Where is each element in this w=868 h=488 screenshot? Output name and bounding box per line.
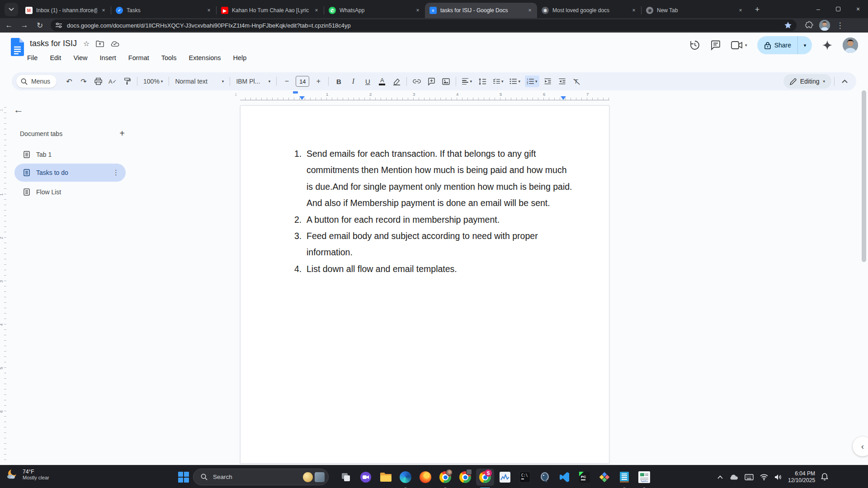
join-call-button[interactable]: ▾ [731,41,747,50]
touch-keyboard-icon[interactable] [745,474,754,480]
first-line-indent-marker[interactable] [293,91,298,94]
tab-whatsapp[interactable]: ✆ WhatsApp × [324,3,425,18]
version-history-icon[interactable] [689,40,700,51]
share-dropdown[interactable]: ▾ [797,36,812,54]
tab-tasks[interactable]: ✓ Tasks × [111,3,216,18]
decrease-indent-button[interactable] [542,75,554,87]
taskbar-app-file-explorer[interactable] [377,469,395,486]
menu-tools[interactable]: Tools [161,54,177,61]
taskbar-app-postgresql[interactable] [536,469,554,486]
bold-button[interactable]: B [333,75,344,87]
insert-link-button[interactable] [411,75,423,87]
document-title[interactable]: tasks for ISIJ [30,39,77,48]
tab-close-icon[interactable]: × [100,7,107,14]
tab-youtube[interactable]: ▶ Kahan Ho Tum Chale Aao [Lyric × [217,3,324,18]
tab-close-icon[interactable]: × [205,7,212,14]
volume-icon[interactable] [774,474,782,480]
taskbar-clock[interactable]: 6:04 PM 12/10/2025 [788,470,815,484]
tab-close-icon[interactable]: × [313,7,320,14]
document-page[interactable]: 1. Send emails for each transaction. If … [240,105,609,464]
align-button[interactable]: ▾ [460,75,474,87]
browser-profile-avatar[interactable] [818,19,831,32]
left-indent-marker[interactable] [299,96,305,100]
move-to-folder-icon[interactable] [96,40,104,47]
taskbar-app-chrome-profile1[interactable] [436,469,454,486]
tab-chatgpt[interactable]: ✻ Most loved google docs × [537,3,641,18]
taskbar-app-pycharm[interactable]: PC [576,469,594,486]
star-document-icon[interactable]: ☆ [83,39,90,48]
underline-button[interactable]: U [362,75,373,87]
taskbar-app-edge[interactable] [396,469,415,486]
doc-tab-item-tab1[interactable]: Tab 1 [14,145,126,164]
increase-indent-button[interactable] [557,75,568,87]
gemini-sparkle-icon[interactable] [822,40,833,51]
reload-button[interactable]: ↻ [33,19,46,32]
tab-gmail[interactable]: M Inbox (1) - ishann.tforce@gmai × [21,3,111,18]
tab-docs-active[interactable]: ≡ tasks for ISIJ - Google Docs × [425,3,537,18]
tray-expand-chevron[interactable] [717,475,723,479]
menu-file[interactable]: File [27,54,38,61]
menu-format[interactable]: Format [128,54,149,61]
line-spacing-button[interactable] [476,75,488,87]
taskbar-app-taskpro[interactable]: TaskPro [635,469,653,486]
extensions-puzzle-icon[interactable] [803,19,816,32]
italic-button[interactable]: I [347,75,359,87]
vertical-ruler[interactable]: 1 1 2 3 4 5 6 [0,102,6,464]
wifi-icon[interactable] [760,474,768,480]
search-highlight-icon[interactable] [315,472,325,482]
taskbar-app-chrome-active[interactable]: S [476,469,494,486]
side-panel-collapse-button[interactable]: ‹ [853,436,868,456]
doc-tab-options-kebab[interactable]: ⋮ [113,169,119,177]
tab-close-icon[interactable]: × [630,7,637,14]
google-docs-logo[interactable] [11,38,24,56]
back-button[interactable]: ← [3,19,15,32]
search-rewards-icon[interactable] [303,472,313,482]
print-button[interactable] [92,75,104,87]
checklist-button[interactable]: ▾ [491,75,505,87]
share-button[interactable]: Share ▾ [757,36,812,54]
doc-tab-item-tasks-to-do[interactable]: Tasks to do ⋮ [14,164,126,182]
onedrive-icon[interactable] [729,474,738,480]
numbered-list-button-active[interactable]: 123 ▾ [525,75,539,87]
panel-back-button[interactable]: ← [14,104,24,116]
highlight-color-button[interactable] [391,75,402,87]
increase-font-size-button[interactable]: + [312,75,324,87]
tab-new-tab[interactable]: New Tab × [642,3,748,18]
tab-close-icon[interactable]: × [526,7,533,14]
menu-help[interactable]: Help [233,54,247,61]
new-tab-button[interactable]: + [751,4,763,15]
taskbar-app-vscode[interactable] [556,469,574,486]
window-close-button[interactable]: × [848,0,868,18]
menu-extensions[interactable]: Extensions [189,54,221,61]
cloud-saved-icon[interactable] [110,40,119,47]
taskbar-app-desktops[interactable] [337,469,355,486]
right-indent-marker[interactable] [561,96,566,100]
taskbar-app-drawio[interactable] [595,469,613,486]
window-minimize-button[interactable]: – [808,0,828,18]
bulleted-list-button[interactable]: ▾ [508,75,522,87]
account-avatar[interactable] [843,38,858,53]
add-comment-button[interactable] [425,75,437,87]
share-button-main[interactable]: Share [757,36,797,54]
weather-widget[interactable]: 74°F Mostly clear [5,468,49,481]
zoom-select[interactable]: 100% ▾ [142,75,165,87]
clear-formatting-button[interactable]: T [571,75,583,87]
menu-edit[interactable]: Edit [50,54,61,61]
taskbar-app-firefox[interactable] [416,469,434,486]
paint-format-button[interactable] [121,75,133,87]
taskbar-app-chrome-profile2[interactable] [456,469,474,486]
add-document-tab-button[interactable]: + [119,128,125,139]
comments-icon[interactable] [710,40,721,51]
spell-check-button[interactable]: A✓ [107,75,118,87]
forward-button[interactable]: → [18,19,31,32]
window-maximize-button[interactable] [828,0,848,18]
text-color-button[interactable]: A [376,75,388,87]
tab-close-icon[interactable]: × [414,7,421,14]
redo-button[interactable]: ↷ [78,75,90,87]
undo-button[interactable]: ↶ [63,75,75,87]
decrease-font-size-button[interactable]: − [281,75,292,87]
bookmark-star-icon[interactable] [784,21,792,29]
taskbar-app-terminal[interactable]: C:\ [516,469,534,486]
taskbar-app-monitor[interactable] [496,469,514,486]
call-dropdown-icon[interactable]: ▾ [745,43,747,47]
